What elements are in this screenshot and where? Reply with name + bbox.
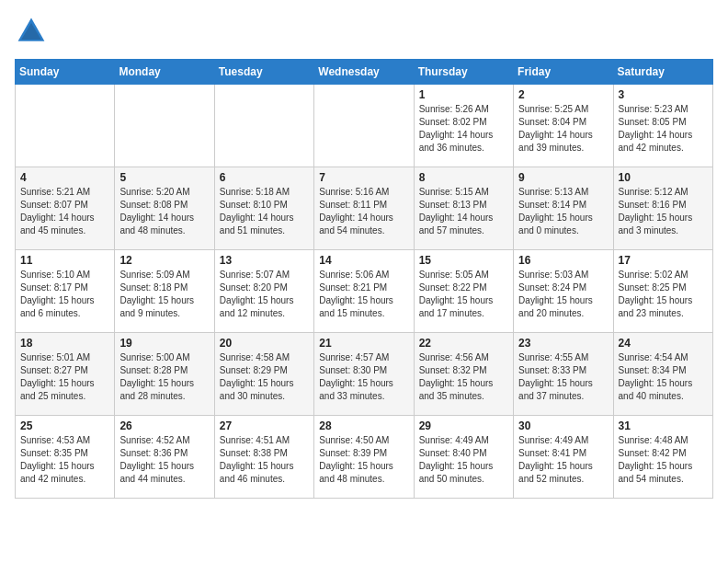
sunrise-text: Sunrise: 4:56 AM: [419, 351, 508, 364]
day-info: Sunrise: 5:23 AMSunset: 8:05 PMDaylight:…: [619, 103, 708, 155]
sunrise-text: Sunrise: 4:55 AM: [518, 351, 608, 364]
sunset-text: Sunset: 8:33 PM: [518, 364, 608, 377]
day-number: 21: [319, 337, 408, 350]
daylight-text: Daylight: 15 hours and 9 minutes.: [119, 294, 209, 320]
calendar-cell: 26Sunrise: 4:52 AMSunset: 8:36 PMDayligh…: [115, 416, 214, 499]
day-number: 6: [220, 171, 309, 184]
daylight-text: Daylight: 15 hours and 44 minutes.: [119, 460, 209, 486]
day-number: 10: [619, 171, 708, 184]
sunrise-text: Sunrise: 5:12 AM: [619, 186, 708, 199]
sunset-text: Sunset: 8:25 PM: [619, 282, 708, 294]
weekday-wednesday: Wednesday: [314, 60, 414, 85]
sunset-text: Sunset: 8:35 PM: [20, 447, 109, 460]
day-info: Sunrise: 5:00 AMSunset: 8:28 PMDaylight:…: [119, 351, 209, 403]
sunset-text: Sunset: 8:05 PM: [619, 116, 708, 129]
calendar-cell: 15Sunrise: 5:05 AMSunset: 8:22 PMDayligh…: [414, 250, 513, 333]
weekday-monday: Monday: [115, 60, 214, 85]
day-info: Sunrise: 5:20 AMSunset: 8:08 PMDaylight:…: [119, 186, 209, 237]
calendar-cell: [16, 85, 115, 167]
daylight-text: Daylight: 15 hours and 3 minutes.: [619, 212, 708, 237]
logo-icon: [15, 15, 48, 48]
sunset-text: Sunset: 8:20 PM: [220, 282, 309, 294]
day-number: 22: [419, 337, 508, 350]
daylight-text: Daylight: 15 hours and 50 minutes.: [419, 460, 508, 486]
weekday-header-row: SundayMondayTuesdayWednesdayThursdayFrid…: [16, 60, 713, 85]
daylight-text: Daylight: 15 hours and 33 minutes.: [319, 377, 408, 403]
daylight-text: Daylight: 15 hours and 20 minutes.: [518, 294, 608, 320]
day-number: 12: [119, 254, 209, 267]
daylight-text: Daylight: 15 hours and 40 minutes.: [619, 377, 708, 403]
calendar-table: SundayMondayTuesdayWednesdayThursdayFrid…: [15, 59, 713, 499]
day-number: 26: [119, 419, 209, 432]
weekday-thursday: Thursday: [414, 60, 513, 85]
sunrise-text: Sunrise: 5:23 AM: [619, 103, 708, 116]
day-info: Sunrise: 5:01 AMSunset: 8:27 PMDaylight:…: [20, 351, 109, 403]
calendar-cell: 24Sunrise: 4:54 AMSunset: 8:34 PMDayligh…: [613, 333, 712, 416]
weekday-saturday: Saturday: [613, 60, 712, 85]
day-info: Sunrise: 5:25 AMSunset: 8:04 PMDaylight:…: [518, 103, 608, 155]
day-number: 3: [619, 88, 708, 101]
sunset-text: Sunset: 8:13 PM: [419, 199, 508, 212]
sunset-text: Sunset: 8:34 PM: [619, 364, 708, 377]
calendar-cell: 11Sunrise: 5:10 AMSunset: 8:17 PMDayligh…: [16, 250, 115, 333]
day-info: Sunrise: 4:53 AMSunset: 8:35 PMDaylight:…: [20, 434, 109, 486]
sunset-text: Sunset: 8:14 PM: [518, 199, 608, 212]
sunset-text: Sunset: 8:17 PM: [20, 282, 109, 294]
day-info: Sunrise: 5:18 AMSunset: 8:10 PMDaylight:…: [220, 186, 309, 237]
sunrise-text: Sunrise: 5:02 AM: [619, 269, 708, 282]
day-number: 8: [419, 171, 508, 184]
day-info: Sunrise: 5:03 AMSunset: 8:24 PMDaylight:…: [518, 269, 608, 320]
daylight-text: Daylight: 15 hours and 48 minutes.: [319, 460, 408, 486]
calendar-cell: 31Sunrise: 4:48 AMSunset: 8:42 PMDayligh…: [613, 416, 712, 499]
calendar-cell: 6Sunrise: 5:18 AMSunset: 8:10 PMDaylight…: [214, 167, 313, 250]
sunset-text: Sunset: 8:30 PM: [319, 364, 408, 377]
sunrise-text: Sunrise: 4:58 AM: [220, 351, 309, 364]
daylight-text: Daylight: 14 hours and 39 minutes.: [518, 129, 608, 155]
sunrise-text: Sunrise: 4:48 AM: [619, 434, 708, 447]
daylight-text: Daylight: 15 hours and 6 minutes.: [20, 294, 109, 320]
calendar-cell: 12Sunrise: 5:09 AMSunset: 8:18 PMDayligh…: [115, 250, 214, 333]
day-info: Sunrise: 5:09 AMSunset: 8:18 PMDaylight:…: [119, 269, 209, 320]
sunset-text: Sunset: 8:16 PM: [619, 199, 708, 212]
calendar-cell: 18Sunrise: 5:01 AMSunset: 8:27 PMDayligh…: [16, 333, 115, 416]
calendar-week-5: 25Sunrise: 4:53 AMSunset: 8:35 PMDayligh…: [16, 416, 713, 499]
logo: [15, 15, 53, 48]
day-info: Sunrise: 5:26 AMSunset: 8:02 PMDaylight:…: [419, 103, 508, 155]
calendar-week-4: 18Sunrise: 5:01 AMSunset: 8:27 PMDayligh…: [16, 333, 713, 416]
sunrise-text: Sunrise: 4:54 AM: [619, 351, 708, 364]
calendar-cell: 22Sunrise: 4:56 AMSunset: 8:32 PMDayligh…: [414, 333, 513, 416]
sunrise-text: Sunrise: 5:07 AM: [220, 269, 309, 282]
day-info: Sunrise: 4:48 AMSunset: 8:42 PMDaylight:…: [619, 434, 708, 486]
calendar-cell: 7Sunrise: 5:16 AMSunset: 8:11 PMDaylight…: [314, 167, 414, 250]
day-info: Sunrise: 5:16 AMSunset: 8:11 PMDaylight:…: [319, 186, 408, 237]
calendar-cell: 13Sunrise: 5:07 AMSunset: 8:20 PMDayligh…: [214, 250, 313, 333]
sunset-text: Sunset: 8:29 PM: [220, 364, 309, 377]
sunrise-text: Sunrise: 5:10 AM: [20, 269, 109, 282]
day-info: Sunrise: 5:05 AMSunset: 8:22 PMDaylight:…: [419, 269, 508, 320]
sunset-text: Sunset: 8:28 PM: [119, 364, 209, 377]
daylight-text: Daylight: 15 hours and 17 minutes.: [419, 294, 508, 320]
calendar-cell: 3Sunrise: 5:23 AMSunset: 8:05 PMDaylight…: [613, 85, 712, 167]
daylight-text: Daylight: 15 hours and 35 minutes.: [419, 377, 508, 403]
daylight-text: Daylight: 14 hours and 51 minutes.: [220, 212, 309, 237]
daylight-text: Daylight: 15 hours and 54 minutes.: [619, 460, 708, 486]
day-number: 19: [119, 337, 209, 350]
sunrise-text: Sunrise: 5:21 AM: [20, 186, 109, 199]
weekday-tuesday: Tuesday: [214, 60, 313, 85]
daylight-text: Daylight: 15 hours and 12 minutes.: [220, 294, 309, 320]
sunrise-text: Sunrise: 4:50 AM: [319, 434, 408, 447]
calendar-cell: [214, 85, 313, 167]
day-number: 2: [518, 88, 608, 101]
daylight-text: Daylight: 15 hours and 30 minutes.: [220, 377, 309, 403]
sunset-text: Sunset: 8:10 PM: [220, 199, 309, 212]
sunrise-text: Sunrise: 4:51 AM: [220, 434, 309, 447]
sunset-text: Sunset: 8:21 PM: [319, 282, 408, 294]
day-info: Sunrise: 5:02 AMSunset: 8:25 PMDaylight:…: [619, 269, 708, 320]
weekday-friday: Friday: [514, 60, 613, 85]
calendar-cell: [115, 85, 214, 167]
sunrise-text: Sunrise: 5:05 AM: [419, 269, 508, 282]
sunset-text: Sunset: 8:22 PM: [419, 282, 508, 294]
sunset-text: Sunset: 8:24 PM: [518, 282, 608, 294]
calendar-cell: 19Sunrise: 5:00 AMSunset: 8:28 PMDayligh…: [115, 333, 214, 416]
calendar-cell: 21Sunrise: 4:57 AMSunset: 8:30 PMDayligh…: [314, 333, 414, 416]
